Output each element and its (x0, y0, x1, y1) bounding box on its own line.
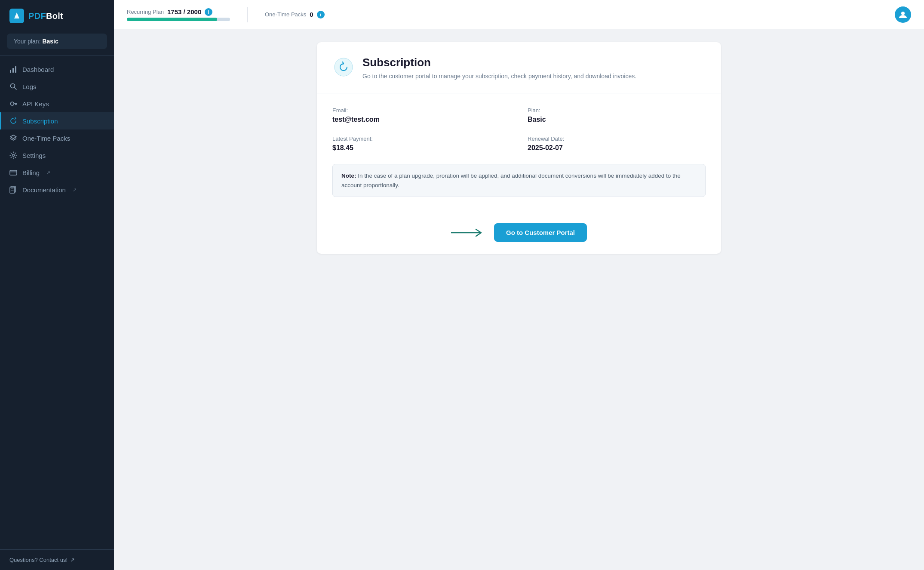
email-value: test@test.com (332, 116, 380, 123)
search-icon (9, 83, 17, 90)
go-to-portal-button[interactable]: Go to Customer Portal (494, 223, 587, 242)
arrow-decoration (451, 228, 485, 238)
note-label: Note: (341, 173, 356, 179)
svg-line-6 (15, 88, 17, 90)
subscription-refresh-icon (334, 57, 353, 77)
contact-text: Questions? Contact us! (9, 557, 68, 563)
sidebar-item-subscription[interactable]: Subscription (0, 112, 114, 129)
plan-field: Plan: Basic (528, 107, 706, 123)
latest-payment-field: Latest Payment: $18.45 (332, 136, 510, 152)
sidebar-item-logs[interactable]: Logs (0, 78, 114, 95)
sidebar-item-documentation-label: Documentation (22, 186, 66, 194)
logo-icon (9, 9, 24, 23)
svg-point-1 (15, 15, 18, 17)
topbar-divider (247, 7, 248, 22)
sidebar-item-settings[interactable]: Settings (0, 147, 114, 164)
svg-rect-2 (10, 70, 11, 73)
one-time-packs-metric: One-Time Packs 0 i (265, 11, 325, 18)
recurring-plan-value: 1753 / 2000 (167, 8, 201, 15)
logo-text: PDFBolt (28, 11, 63, 21)
user-avatar[interactable] (895, 6, 911, 23)
plan-badge: Your plan: Basic (7, 34, 107, 49)
sidebar-item-billing-label: Billing (22, 169, 40, 176)
topbar: Recurring Plan 1753 / 2000 i One-Time Pa… (114, 0, 924, 29)
doc-icon (9, 186, 17, 194)
svg-point-12 (12, 154, 15, 157)
sidebar-item-logs-label: Logs (22, 83, 37, 90)
bar-chart-icon (9, 65, 17, 73)
contact-footer[interactable]: Questions? Contact us! ↗ (0, 549, 114, 570)
recurring-plan-metric: Recurring Plan 1753 / 2000 i (127, 8, 230, 21)
sidebar: PDFBolt Your plan: Basic Dashboard (0, 0, 114, 570)
refresh-icon (9, 117, 17, 125)
credit-card-icon (9, 169, 17, 176)
subscription-title: Subscription (362, 56, 636, 69)
sidebar-divider (0, 55, 114, 55)
sidebar-item-documentation[interactable]: Documentation ↗ (0, 181, 114, 198)
email-field: Email: test@test.com (332, 107, 510, 123)
svg-point-20 (335, 58, 353, 76)
renewal-date-value: 2025-02-07 (528, 144, 563, 151)
settings-icon (9, 151, 17, 159)
subscription-icon-wrap (332, 56, 355, 78)
svg-point-19 (901, 12, 905, 15)
external-link-icon: ↗ (46, 170, 50, 176)
renewal-date-field: Renewal Date: 2025-02-07 (528, 136, 706, 152)
svg-rect-13 (10, 170, 17, 175)
sidebar-item-api-keys[interactable]: API Keys (0, 95, 114, 112)
plan-value: Basic (528, 116, 546, 123)
card-header: Subscription Go to the customer portal t… (317, 42, 721, 93)
sidebar-nav: Dashboard Logs API Keys (0, 57, 114, 549)
recurring-plan-progress-fill (127, 18, 217, 21)
latest-payment-value: $18.45 (332, 144, 353, 151)
sidebar-item-one-time-packs-label: One-Time Packs (22, 135, 70, 142)
main-area: Recurring Plan 1753 / 2000 i One-Time Pa… (114, 0, 924, 570)
note-text-content: In the case of a plan upgrade, proration… (341, 173, 681, 188)
one-time-packs-info-icon[interactable]: i (317, 11, 325, 18)
sidebar-item-dashboard-label: Dashboard (22, 66, 54, 73)
recurring-plan-info-icon[interactable]: i (205, 8, 212, 16)
svg-marker-11 (10, 135, 16, 139)
card-body: Email: test@test.com Plan: Basic Latest … (317, 93, 721, 211)
subscription-card: Subscription Go to the customer portal t… (317, 42, 721, 254)
main-content: Subscription Go to the customer portal t… (114, 29, 924, 570)
sidebar-item-one-time-packs[interactable]: One-Time Packs (0, 129, 114, 147)
note-box: Note: In the case of a plan upgrade, pro… (332, 164, 706, 197)
sidebar-item-api-keys-label: API Keys (22, 100, 49, 108)
key-icon (9, 100, 17, 108)
layers-icon (9, 134, 17, 142)
email-label: Email: (332, 107, 510, 114)
logo[interactable]: PDFBolt (0, 0, 114, 32)
one-time-packs-value: 0 (310, 11, 313, 18)
external-link-icon-footer: ↗ (70, 557, 75, 563)
sidebar-item-billing[interactable]: Billing ↗ (0, 164, 114, 181)
plan-label: Plan: (528, 107, 706, 114)
renewal-date-label: Renewal Date: (528, 136, 706, 142)
sidebar-item-dashboard[interactable]: Dashboard (0, 61, 114, 78)
recurring-plan-progress-track (127, 18, 230, 21)
card-footer: Go to Customer Portal (317, 211, 721, 254)
sidebar-item-settings-label: Settings (22, 152, 46, 159)
latest-payment-label: Latest Payment: (332, 136, 510, 142)
svg-rect-3 (12, 68, 14, 73)
subscription-description: Go to the customer portal to manage your… (362, 72, 636, 81)
external-link-icon-doc: ↗ (73, 187, 77, 193)
info-grid: Email: test@test.com Plan: Basic Latest … (332, 107, 706, 152)
one-time-packs-label: One-Time Packs (265, 11, 306, 18)
card-header-text: Subscription Go to the customer portal t… (362, 56, 636, 81)
svg-rect-4 (15, 66, 16, 73)
sidebar-item-subscription-label: Subscription (22, 117, 58, 125)
recurring-plan-label: Recurring Plan (127, 9, 164, 15)
